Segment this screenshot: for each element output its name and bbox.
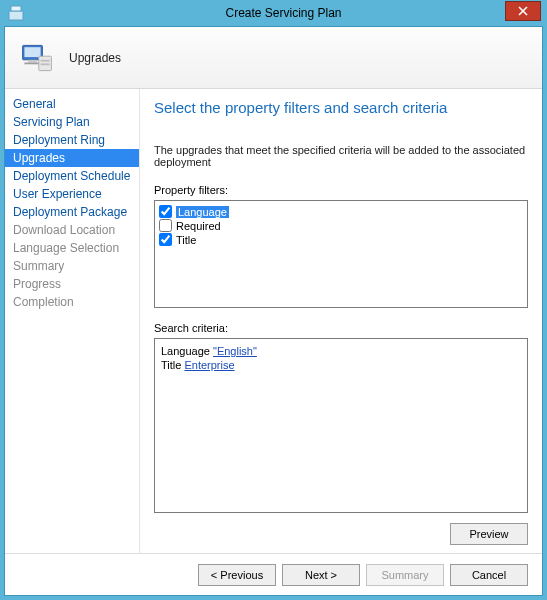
svg-rect-1 <box>11 6 21 11</box>
svg-rect-7 <box>24 62 40 64</box>
svg-rect-10 <box>41 63 50 65</box>
nav-item-summary: Summary <box>5 257 139 275</box>
header-banner: Upgrades <box>5 27 542 89</box>
criteria-row: Language "English" <box>161 345 521 357</box>
page-name: Upgrades <box>69 51 121 65</box>
filter-checkbox-required[interactable] <box>159 219 172 232</box>
svg-rect-5 <box>24 47 40 57</box>
main-panel: Select the property filters and search c… <box>140 89 542 553</box>
search-criteria-label: Search criteria: <box>154 322 528 334</box>
nav-item-progress: Progress <box>5 275 139 293</box>
criteria-link[interactable]: "English" <box>213 345 257 357</box>
filter-label: Title <box>176 234 196 246</box>
wizard-footer: < Previous Next > Summary Cancel <box>5 553 542 595</box>
nav-item-general[interactable]: General <box>5 95 139 113</box>
sidebar: GeneralServicing PlanDeployment RingUpgr… <box>5 89 140 553</box>
nav-item-deployment-package[interactable]: Deployment Package <box>5 203 139 221</box>
window-title: Create Servicing Plan <box>24 6 543 20</box>
nav-item-language-selection: Language Selection <box>5 239 139 257</box>
filter-checkbox-title[interactable] <box>159 233 172 246</box>
criteria-row: Title Enterprise <box>161 359 521 371</box>
criteria-link[interactable]: Enterprise <box>184 359 234 371</box>
titlebar: Create Servicing Plan <box>4 0 543 26</box>
search-criteria-box: Language "English"Title Enterprise <box>154 338 528 513</box>
close-button[interactable] <box>505 1 541 21</box>
svg-rect-6 <box>28 59 37 62</box>
nav-item-servicing-plan[interactable]: Servicing Plan <box>5 113 139 131</box>
nav-item-upgrades[interactable]: Upgrades <box>5 149 139 167</box>
criteria-prefix: Language <box>161 345 213 357</box>
property-filters-box: LanguageRequiredTitle <box>154 200 528 308</box>
filter-row-title[interactable]: Title <box>159 233 523 247</box>
nav-item-deployment-ring[interactable]: Deployment Ring <box>5 131 139 149</box>
cancel-button[interactable]: Cancel <box>450 564 528 586</box>
close-icon <box>518 6 528 16</box>
preview-button[interactable]: Preview <box>450 523 528 545</box>
filter-row-language[interactable]: Language <box>159 205 523 219</box>
previous-button[interactable]: < Previous <box>198 564 276 586</box>
next-button[interactable]: Next > <box>282 564 360 586</box>
app-icon <box>8 5 24 21</box>
intro-text: The upgrades that meet the specified cri… <box>154 144 528 168</box>
body-row: GeneralServicing PlanDeployment RingUpgr… <box>5 89 542 553</box>
client-area: Upgrades GeneralServicing PlanDeployment… <box>4 26 543 596</box>
filter-checkbox-language[interactable] <box>159 205 172 218</box>
nav-item-deployment-schedule[interactable]: Deployment Schedule <box>5 167 139 185</box>
nav-item-user-experience[interactable]: User Experience <box>5 185 139 203</box>
computer-icon <box>19 40 55 76</box>
filter-label: Language <box>176 206 229 218</box>
filter-label: Required <box>176 220 221 232</box>
criteria-prefix: Title <box>161 359 184 371</box>
wizard-window: Create Servicing Plan Upgrades GeneralSe… <box>0 0 547 600</box>
property-filters-label: Property filters: <box>154 184 528 196</box>
nav-item-download-location: Download Location <box>5 221 139 239</box>
svg-rect-0 <box>9 11 23 20</box>
svg-rect-9 <box>41 59 50 61</box>
filter-row-required[interactable]: Required <box>159 219 523 233</box>
main-title: Select the property filters and search c… <box>154 99 528 116</box>
nav-item-completion: Completion <box>5 293 139 311</box>
preview-row: Preview <box>154 523 528 545</box>
summary-button[interactable]: Summary <box>366 564 444 586</box>
